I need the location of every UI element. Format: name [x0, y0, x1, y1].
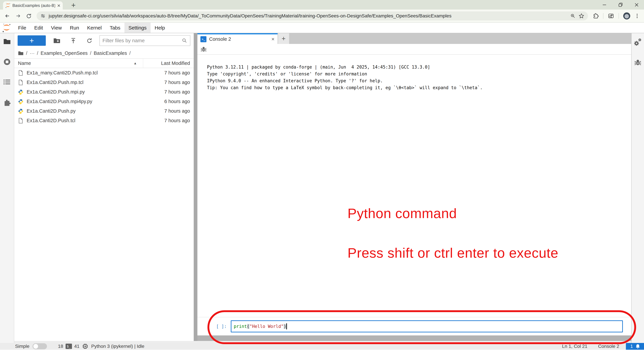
url-text[interactable]: jupyter.designsafe-ci.org/user/silvia/la…: [49, 13, 567, 18]
forward-icon[interactable]: [15, 13, 21, 19]
browser-tab[interactable]: BasicExamples (auto-B) - Jupyte ×: [3, 1, 63, 9]
code-token-string: "Hello World": [250, 324, 284, 329]
filter-files-input[interactable]: [102, 38, 180, 43]
cursor-position[interactable]: Ln 1, Col 21: [562, 344, 587, 349]
toolbar-divider: [603, 13, 604, 19]
console-toolbar: [198, 44, 631, 55]
browser-toolbar: jupyter.designsafe-ci.org/user/silvia/la…: [0, 9, 644, 23]
console-banner-text: Python 3.12.11 | packaged by conda-forge…: [207, 64, 483, 91]
kernel-status[interactable]: Python 3 (ipykernel) | Idle: [91, 344, 144, 349]
right-activity-bar: [631, 33, 644, 343]
running-kernels-tab-icon[interactable]: [3, 58, 11, 66]
input-prompt: [ ]:: [216, 324, 227, 329]
simple-mode-label: Simple: [15, 344, 30, 349]
new-launcher-button[interactable]: +: [18, 35, 46, 46]
console-output-area[interactable]: Python 3.12.11 | packaged by conda-forge…: [198, 55, 631, 317]
refresh-icon[interactable]: [86, 37, 93, 44]
zoom-icon[interactable]: [570, 13, 576, 18]
workspace: + /···/Examples_OpenSees/BasicExamples/ …: [0, 33, 644, 343]
bookmark-star-icon[interactable]: [578, 13, 584, 19]
table-row[interactable]: Ex1a.Canti2D.Push.mpi.py7 hours ago: [14, 87, 194, 97]
breadcrumb-segment[interactable]: Examples_OpenSees: [40, 50, 88, 56]
python-file-icon: [18, 89, 24, 95]
console-icon: >_: [200, 36, 206, 42]
new-tab-button[interactable]: +: [278, 33, 289, 44]
code-input[interactable]: print("Hello World"): [231, 320, 623, 333]
file-browser-toolbar: +: [14, 33, 194, 48]
file-modified-time: 7 hours ago: [164, 89, 190, 95]
home-folder-icon[interactable]: [18, 51, 24, 56]
table-row[interactable]: Ex1a.Canti2D.Push.py7 hours ago: [14, 106, 194, 116]
table-row[interactable]: Ex1a.Canti2D.Push.tcl7 hours ago: [14, 116, 194, 125]
breadcrumb-separator[interactable]: ···: [30, 50, 34, 56]
upload-icon[interactable]: [70, 37, 77, 44]
column-header-modified[interactable]: Last Modified: [143, 59, 190, 68]
profile-avatar[interactable]: [623, 12, 630, 19]
column-header-name[interactable]: Name: [18, 60, 31, 66]
tab-console-2[interactable]: >_ Console 2 ×: [198, 33, 278, 44]
window-close-icon[interactable]: [634, 2, 639, 7]
toolbar-divider: [618, 13, 619, 19]
file-modified-time: 7 hours ago: [164, 108, 190, 114]
property-inspector-gears-icon[interactable]: [634, 38, 642, 47]
table-row[interactable]: Ex1a_many.Canti2D.Push.mp.tcl7 hours ago: [14, 68, 194, 78]
browser-tab-title: BasicExamples (auto-B) - Jupyte: [12, 3, 55, 8]
table-row[interactable]: Ex1a.Canti2D.Push.mp.tcl7 hours ago: [14, 78, 194, 87]
python-file-icon: [18, 108, 24, 114]
window-minimize-icon[interactable]: [602, 2, 607, 7]
browser-menu-icon[interactable]: [634, 13, 640, 19]
annotation-python-command: Python command: [348, 206, 457, 221]
url-bar[interactable]: jupyter.designsafe-ci.org/user/silvia/la…: [36, 11, 588, 20]
menu-edit[interactable]: Edit: [30, 23, 47, 33]
table-row[interactable]: Ex1a.Canti2D.Push.mpi4py.py6 hours ago: [14, 97, 194, 106]
notifications-badge[interactable]: 1: [626, 343, 644, 350]
simple-mode-toggle[interactable]: [32, 343, 47, 349]
code-token-close-paren: ): [284, 324, 286, 329]
file-list-header: Name ▲ Last Modified: [14, 58, 194, 68]
file-modified-time: 7 hours ago: [164, 80, 190, 85]
menu-view[interactable]: View: [47, 23, 66, 33]
back-icon[interactable]: [4, 13, 10, 19]
new-folder-icon[interactable]: [53, 37, 60, 44]
active-console-label[interactable]: Console 2: [598, 344, 619, 349]
file-icon: [18, 79, 23, 85]
table-of-contents-tab-icon[interactable]: [3, 78, 11, 86]
file-name: Ex1a.Canti2D.Push.mp.tcl: [27, 80, 164, 85]
menu-tabs[interactable]: Tabs: [106, 23, 124, 33]
menu-run[interactable]: Run: [66, 23, 83, 33]
file-browser-tab-icon[interactable]: [3, 37, 11, 45]
sort-ascending-icon[interactable]: ▲: [134, 61, 143, 65]
screen: BasicExamples (auto-B) - Jupyte × + jupy…: [0, 0, 644, 350]
left-activity-bar: [0, 33, 14, 343]
debugger-sidebar-bug-icon[interactable]: [634, 59, 642, 66]
python-file-icon: [18, 99, 24, 104]
status-bar: Simple 18 $_ 41 Python 3 (ipykernel) | I…: [0, 343, 644, 350]
notifications-count: 1: [630, 344, 633, 349]
search-icon: [182, 38, 187, 43]
terminals-count[interactable]: 18: [58, 344, 63, 349]
menu-help[interactable]: Help: [150, 23, 169, 33]
tab-close-icon[interactable]: ×: [57, 3, 60, 8]
extension-manager-tab-icon[interactable]: [3, 99, 11, 107]
menu-kernel[interactable]: Kernel: [83, 23, 106, 33]
breadcrumb-separator: /: [129, 50, 131, 56]
console-input-row: [ ]: print("Hello World"): [198, 317, 631, 336]
menu-file[interactable]: File: [14, 23, 30, 33]
new-browser-tab-button[interactable]: +: [71, 1, 76, 9]
window-restore-icon[interactable]: [618, 2, 623, 7]
search-tabs-icon[interactable]: [608, 13, 614, 19]
file-name: Ex1a.Canti2D.Push.mpi.py: [27, 89, 164, 95]
panel-divider[interactable]: [194, 33, 198, 341]
file-modified-time: 7 hours ago: [164, 70, 190, 76]
breadcrumb-segment[interactable]: BasicExamples: [94, 50, 127, 56]
menu-settings[interactable]: Settings: [124, 23, 150, 33]
reload-icon[interactable]: [26, 13, 32, 19]
console-tab-close-icon[interactable]: ×: [271, 36, 274, 42]
kernels-count[interactable]: 41: [74, 344, 80, 349]
extensions-icon[interactable]: [593, 13, 599, 19]
console-tab-bar: >_ Console 2 × +: [198, 33, 631, 44]
filter-files-box[interactable]: [100, 35, 190, 46]
debugger-bug-icon[interactable]: [200, 46, 207, 52]
site-info-icon[interactable]: [40, 13, 46, 18]
file-list: Ex1a_many.Canti2D.Push.mp.tcl7 hours ago…: [14, 68, 194, 125]
